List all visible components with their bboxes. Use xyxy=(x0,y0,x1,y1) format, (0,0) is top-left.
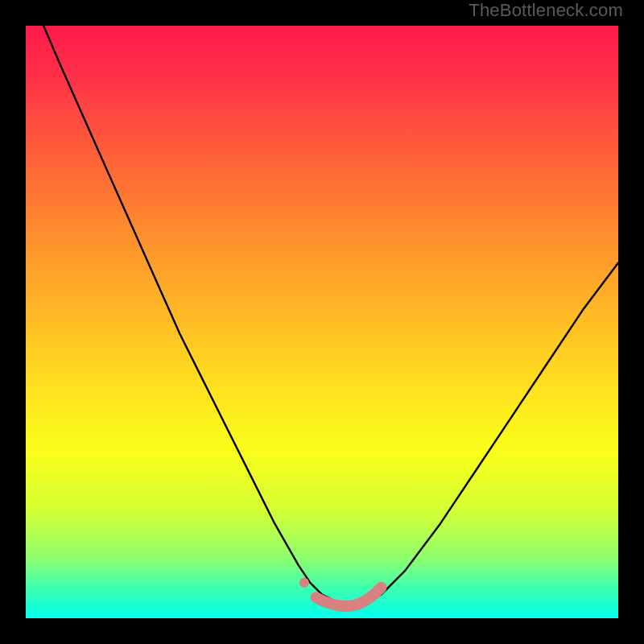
valley-marker-stroke xyxy=(316,588,382,607)
plot-area xyxy=(26,26,618,618)
curve-layer xyxy=(26,26,618,618)
chart-frame xyxy=(16,16,628,628)
valley-markers xyxy=(299,578,382,607)
valley-marker-dot xyxy=(299,578,309,588)
bottleneck-curve xyxy=(43,26,618,606)
